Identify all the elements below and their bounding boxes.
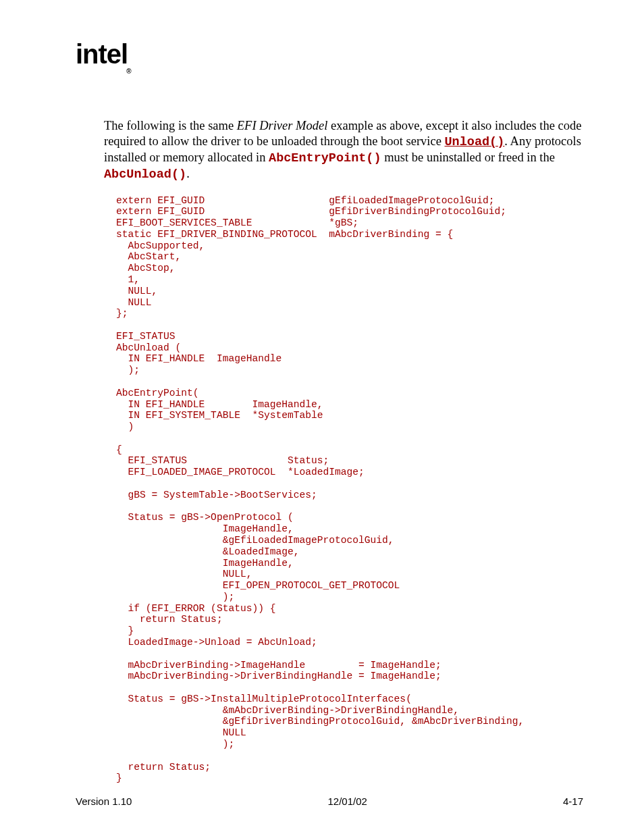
page-footer: Version 1.10 12/01/02 4-17 [76, 796, 583, 807]
p-italic: EFI Driver Model [237, 119, 328, 132]
p-t1: The following is the same [104, 119, 237, 132]
code-abcunload: AbcUnload() [104, 167, 186, 182]
logo-registered: ® [126, 68, 130, 75]
intel-logo: intel® [76, 39, 583, 71]
code-listing: extern EFI_GUID gEfiLoadedImageProtocolG… [116, 195, 583, 785]
intro-paragraph: The following is the same EFI Driver Mod… [104, 118, 583, 183]
footer-version: Version 1.10 [76, 796, 132, 807]
footer-date: 12/01/02 [327, 796, 367, 807]
p-t5: . [186, 167, 190, 180]
unload-link[interactable]: Unload() [445, 135, 505, 149]
p-t4: must be uninstalled or freed in the [381, 151, 555, 164]
code-abcentrypoint: AbcEntryPoint() [269, 151, 381, 165]
logo-text: intel [76, 39, 128, 69]
footer-page: 4-17 [563, 796, 583, 807]
